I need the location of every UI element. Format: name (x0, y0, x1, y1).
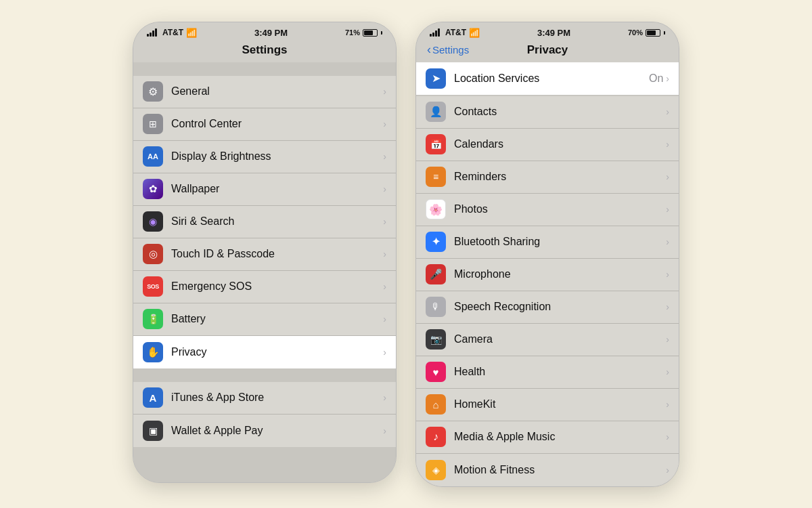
sos-chevron: › (383, 281, 386, 292)
settings-group-main: ⚙ General › ⊞ Control Center › AA (133, 76, 396, 368)
wallet-chevron: › (383, 425, 386, 436)
nav-bar-privacy: ‹ Settings Privacy (416, 41, 679, 62)
phone-settings: AT&T 📶 3:49 PM 71% Settings (133, 22, 397, 483)
health-icon: ♥ (426, 362, 446, 382)
wallpaper-label: Wallpaper (171, 183, 383, 195)
reminders-icon: ≡ (426, 167, 446, 187)
calendars-label: Calendars (454, 138, 666, 150)
privacy-item-speech[interactable]: 🎙 Speech Recognition › (416, 291, 679, 324)
privacy-item-location[interactable]: ➤ Location Services On › (416, 62, 679, 95)
privacy-chevron: › (383, 347, 386, 358)
signal-bars-2 (430, 28, 440, 37)
privacy-item-photos[interactable]: 🌸 Photos › (416, 194, 679, 226)
microphone-label: Microphone (454, 268, 666, 280)
location-chevron: › (666, 73, 669, 84)
phones-container: AT&T 📶 3:49 PM 71% Settings (133, 22, 679, 487)
motion-label: Motion & Fitness (454, 464, 666, 476)
settings-item-wallet[interactable]: ▣ Wallet & Apple Pay › (133, 415, 396, 447)
settings-item-touchid[interactable]: ◎ Touch ID & Passcode › (133, 238, 396, 271)
reminders-label: Reminders (454, 171, 666, 183)
settings-item-privacy[interactable]: ✋ Privacy › (133, 336, 396, 368)
media-icon: ♪ (426, 427, 446, 447)
privacy-item-microphone[interactable]: 🎤 Microphone › (416, 259, 679, 291)
privacy-item-reminders[interactable]: ≡ Reminders › (416, 161, 679, 194)
microphone-chevron: › (666, 269, 669, 280)
itunes-label: iTunes & App Store (171, 391, 383, 404)
privacy-group-location: ➤ Location Services On › (416, 62, 679, 95)
touchid-label: Touch ID & Passcode (171, 248, 383, 260)
display-icon: AA (143, 146, 163, 167)
settings-item-general[interactable]: ⚙ General › (133, 76, 396, 108)
sos-label: Emergency SOS (171, 280, 383, 293)
settings-item-itunes[interactable]: A iTunes & App Store › (133, 382, 396, 415)
general-icon: ⚙ (143, 81, 163, 102)
photos-chevron: › (666, 204, 669, 215)
status-bar-1: AT&T 📶 3:49 PM 71% (133, 22, 396, 41)
settings-item-display[interactable]: AA Display & Brightness › (133, 141, 396, 173)
general-label: General (171, 85, 383, 98)
display-label: Display & Brightness (171, 150, 383, 163)
location-label: Location Services (454, 72, 649, 85)
photos-label: Photos (454, 203, 666, 215)
homekit-label: HomeKit (454, 398, 666, 410)
touchid-icon: ◎ (143, 244, 163, 264)
battery-chevron: › (383, 314, 386, 324)
privacy-item-health[interactable]: ♥ Health › (416, 356, 679, 389)
speech-icon: 🎙 (426, 297, 446, 317)
privacy-item-calendars[interactable]: 📅 Calendars › (416, 129, 679, 161)
bluetooth-icon: ✦ (426, 232, 446, 252)
itunes-chevron: › (383, 392, 386, 403)
wallpaper-icon: ✿ (143, 179, 163, 199)
bluetooth-label: Bluetooth Sharing (454, 236, 666, 248)
motion-icon: ◈ (426, 460, 446, 480)
settings-item-wallpaper[interactable]: ✿ Wallpaper › (133, 173, 396, 206)
carrier-1: AT&T (162, 28, 183, 37)
settings-item-control-center[interactable]: ⊞ Control Center › (133, 108, 396, 141)
privacy-item-bluetooth[interactable]: ✦ Bluetooth Sharing › (416, 226, 679, 259)
privacy-item-motion[interactable]: ◈ Motion & Fitness › (416, 454, 679, 486)
settings-title: Settings (242, 43, 287, 56)
calendars-chevron: › (666, 139, 669, 150)
privacy-item-contacts[interactable]: 👤 Contacts › (416, 96, 679, 129)
health-label: Health (454, 366, 666, 378)
privacy-item-media[interactable]: ♪ Media & Apple Music › (416, 421, 679, 454)
itunes-icon: A (143, 387, 163, 408)
media-label: Media & Apple Music (454, 431, 666, 443)
control-center-icon: ⊞ (143, 114, 163, 134)
settings-item-siri[interactable]: ◉ Siri & Search › (133, 206, 396, 238)
back-label: Settings (432, 44, 469, 56)
back-chevron-icon: ‹ (427, 43, 431, 57)
time-2: 3:49 PM (537, 28, 570, 38)
reminders-chevron: › (666, 171, 669, 182)
siri-chevron: › (383, 216, 386, 227)
sos-icon: SOS (143, 276, 163, 297)
location-value: On (649, 72, 663, 85)
privacy-item-homekit[interactable]: ⌂ HomeKit › (416, 389, 679, 421)
homekit-chevron: › (666, 399, 669, 410)
back-button[interactable]: ‹ Settings (427, 43, 469, 57)
battery-icon-1 (363, 29, 378, 37)
touchid-chevron: › (383, 249, 386, 259)
control-center-label: Control Center (171, 118, 383, 130)
settings-item-battery[interactable]: 🔋 Battery › (133, 303, 396, 336)
wallet-icon: ▣ (143, 421, 163, 441)
calendars-icon: 📅 (426, 134, 446, 154)
battery-tip-1 (381, 31, 382, 35)
contacts-chevron: › (666, 106, 669, 117)
privacy-group-apps: 👤 Contacts › 📅 Calendars › ≡ (416, 96, 679, 486)
settings-item-sos[interactable]: SOS Emergency SOS › (133, 271, 396, 303)
battery-tip-2 (664, 31, 665, 35)
nav-bar-settings: Settings (133, 41, 396, 62)
status-right-2: 70% (628, 28, 665, 37)
settings-group-store: A iTunes & App Store › ▣ Wallet & Apple … (133, 382, 396, 447)
wallpaper-chevron: › (383, 184, 386, 194)
health-chevron: › (666, 366, 669, 377)
time-1: 3:49 PM (254, 28, 288, 38)
privacy-item-camera[interactable]: 📷 Camera › (416, 324, 679, 356)
media-chevron: › (666, 431, 669, 442)
siri-label: Siri & Search (171, 215, 383, 228)
photos-icon: 🌸 (426, 199, 446, 219)
wallet-label: Wallet & Apple Pay (171, 425, 383, 437)
camera-chevron: › (666, 334, 669, 345)
battery-label: Battery (171, 313, 383, 325)
